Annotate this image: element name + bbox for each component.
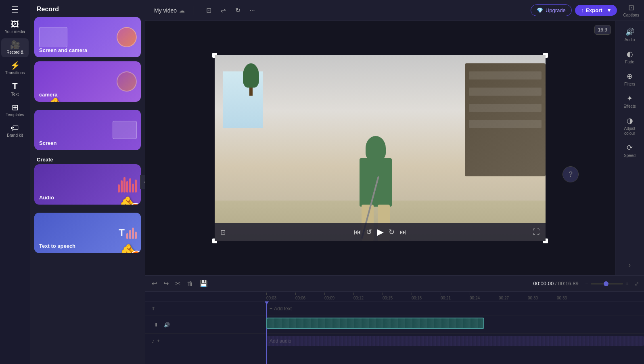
time-current: 00:00.00: [533, 280, 554, 287]
record-card-tts[interactable]: T Text to speech 🫵 3: [34, 213, 141, 253]
play-pause-button[interactable]: ▶: [377, 227, 384, 237]
add-text-label: Add text: [274, 306, 292, 312]
sidebar-item-brand-kit[interactable]: 🏷 Brand kit: [1, 121, 29, 140]
video-track-pause-button[interactable]: ⏸: [152, 320, 160, 329]
export-button[interactable]: ↑ Export ▾: [575, 5, 617, 16]
gem-icon: 💎: [537, 7, 543, 13]
record-panel-title: Record: [30, 0, 145, 17]
right-tool-filters[interactable]: ⊕ Filters: [617, 69, 643, 90]
create-section-label: Create: [30, 154, 145, 164]
help-button[interactable]: ?: [562, 166, 579, 182]
right-tool-effects[interactable]: ✦ Effects: [617, 91, 643, 112]
text-track: T + Add text: [145, 301, 644, 316]
delete-button[interactable]: 🗑: [185, 278, 195, 289]
export-chevron-icon[interactable]: ▾: [605, 7, 611, 13]
video-track-content[interactable]: [266, 316, 644, 333]
ruler-mark-8: 00:27: [499, 293, 528, 300]
record-icon: 🎥: [10, 41, 20, 49]
panel-collapse-button[interactable]: ‹: [140, 175, 145, 189]
undo-button[interactable]: ↩: [150, 278, 159, 289]
timeline-ruler: 00:03 00:06 00:09 00:12 00:15 00:18: [145, 292, 644, 301]
tts-wave-bar: [135, 232, 137, 239]
adjust-colour-tool-label: Adjust colour: [619, 126, 641, 136]
zoom-slider[interactable]: [591, 283, 623, 285]
zoom-out-icon[interactable]: −: [585, 280, 588, 287]
screen-camera-label: Screen and camera: [39, 47, 87, 53]
cut-button[interactable]: ✂: [174, 278, 182, 289]
fast-forward-button[interactable]: ↻: [389, 228, 395, 236]
ruler-tick: [557, 293, 557, 295]
record-card-audio[interactable]: Audio 🫵 2: [34, 164, 141, 205]
toolbar-right: 💎 Upgrade ↑ Export ▾: [531, 4, 617, 16]
sidebar-item-your-media[interactable]: 🖼 Your media: [1, 18, 29, 37]
right-panel-collapse-button[interactable]: ›: [629, 261, 631, 269]
aspect-ratio-badge[interactable]: 16:9: [594, 25, 611, 35]
wave-bar: [121, 180, 123, 192]
flip-tool-button[interactable]: ⇌: [217, 4, 230, 17]
ruler-mark-1: 00:06: [295, 293, 324, 300]
sidebar-item-text[interactable]: T Text: [1, 79, 29, 99]
templates-icon: ⊞: [12, 103, 19, 111]
audio-deco: [118, 176, 137, 192]
fullscreen-button[interactable]: ⛶: [533, 228, 540, 236]
text-track-content[interactable]: + Add text: [266, 301, 644, 316]
right-tool-audio[interactable]: 🔊 Audio: [617, 24, 643, 46]
ruler-tick: [383, 293, 383, 295]
top-toolbar: My video ☁ ⊡ ⇌ ↻ ··· 💎 Upgrade ↑ Export …: [145, 0, 644, 21]
ruler-label: 00:18: [412, 296, 422, 300]
ruler-label: 00:03: [266, 296, 276, 300]
sidebar-item-record[interactable]: 🎥 Record &: [1, 38, 29, 57]
video-title[interactable]: My video ☁: [150, 6, 189, 15]
menu-icon: ☰: [11, 6, 19, 14]
timeline-expand-button[interactable]: ⤢: [634, 280, 639, 287]
video-track-volume-button[interactable]: 🔊: [162, 320, 171, 329]
audio-track-label: ♪ +: [145, 338, 266, 344]
right-tool-adjust-colour[interactable]: ◑ Adjust colour: [617, 113, 643, 139]
effects-tool-icon: ✦: [627, 94, 633, 103]
time-separator: /: [555, 280, 558, 287]
video-preview: ⊡ ⏮ ↺ ▶ ↻ ⏭ ⛶: [215, 55, 546, 241]
right-tool-fade[interactable]: ◐ Fade: [617, 46, 643, 68]
record-card-screen-camera[interactable]: Screen and camera: [34, 17, 141, 57]
time-total: 00:16.89: [558, 280, 579, 287]
rewind-button[interactable]: ↺: [366, 228, 372, 236]
video-track: ⏸ 🔊: [145, 316, 644, 334]
crop-tool-button[interactable]: ⊡: [202, 4, 215, 17]
add-text-button[interactable]: + Add text: [266, 301, 644, 316]
camera-label: camera: [39, 92, 58, 98]
sidebar-item-templates[interactable]: ⊞ Templates: [1, 101, 29, 120]
audio-track-content[interactable]: Add audio: [266, 334, 644, 348]
sidebar-item-transitions[interactable]: ⚡ Transitions: [1, 59, 29, 78]
ruler-mark-7: 00:24: [470, 293, 499, 300]
toolbar-actions: ⊡ ⇌ ↻ ···: [202, 4, 259, 17]
captions-panel[interactable]: ⊡ Captions: [623, 3, 639, 17]
export-label: Export: [585, 7, 602, 13]
effects-tool-label: Effects: [623, 104, 636, 109]
upgrade-button[interactable]: 💎 Upgrade: [531, 4, 572, 16]
redo-button[interactable]: ↪: [162, 278, 170, 289]
wave-bar: [123, 177, 125, 192]
zoom-in-icon[interactable]: +: [625, 280, 629, 287]
record-card-screen[interactable]: Screen: [34, 110, 141, 150]
video-track-label: ⏸ 🔊: [145, 320, 266, 329]
your-media-icon: 🖼: [11, 20, 19, 28]
save-button[interactable]: 💾: [198, 278, 209, 289]
main-area: My video ☁ ⊡ ⇌ ↻ ··· 💎 Upgrade ↑ Export …: [145, 0, 644, 364]
audio-track: ♪ + Add audio: [145, 334, 644, 348]
sidebar-item-label-transitions: Transitions: [5, 71, 25, 75]
right-tool-speed[interactable]: ⟳ Speed: [617, 140, 643, 161]
sidebar-item-menu[interactable]: ☰: [1, 3, 29, 16]
timeline-time-display: 00:00.00 / 00:16.89: [533, 280, 579, 287]
filters-tool-icon: ⊕: [627, 72, 633, 81]
skip-to-end-button[interactable]: ⏭: [399, 228, 407, 236]
video-clip[interactable]: [266, 318, 484, 329]
tts-wave-bar: [132, 228, 134, 239]
ruler-tick: [324, 293, 325, 295]
skip-to-start-button[interactable]: ⏮: [354, 228, 361, 236]
speed-tool-icon: ⟳: [627, 143, 633, 152]
more-options-button[interactable]: ···: [246, 4, 259, 17]
record-card-camera[interactable]: camera 🫵 1: [34, 61, 141, 102]
ruler-label: 00:30: [528, 296, 538, 300]
rotate-tool-button[interactable]: ↻: [231, 4, 244, 17]
captions-toggle-button[interactable]: ⊡: [220, 228, 226, 236]
